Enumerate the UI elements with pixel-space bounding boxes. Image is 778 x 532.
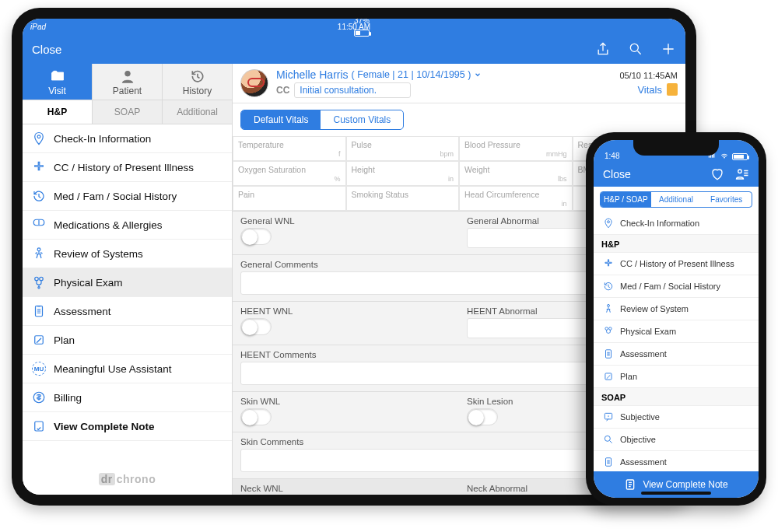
note-icon xyxy=(624,478,636,491)
battery-icon xyxy=(732,153,748,160)
subtab-additional[interactable]: Additional xyxy=(163,100,232,124)
svg-point-15 xyxy=(738,170,742,173)
vital-o2[interactable]: Oxygen Saturation% xyxy=(233,161,346,186)
search-icon[interactable] xyxy=(628,41,643,57)
left-panel: Visit Patient History H&P SOAP Additiona… xyxy=(23,64,233,495)
ph-cc[interactable]: CC / History of Present Illness xyxy=(594,253,759,275)
ph-assessment2[interactable]: Assessment xyxy=(594,451,759,471)
side-physical-exam[interactable]: Physical Exam xyxy=(23,268,232,297)
seg-favorites[interactable]: Favorites xyxy=(701,192,752,207)
brand-label: drchrono xyxy=(23,464,232,495)
ph-section-hp: H&P xyxy=(594,235,759,253)
sub-tabs: H&P SOAP Additional xyxy=(23,100,232,124)
ph-med-history[interactable]: Med / Fam / Social History xyxy=(594,275,759,298)
close-button[interactable]: Close xyxy=(603,168,631,180)
neck-wnl: Neck WNL xyxy=(233,478,459,495)
home-indicator xyxy=(641,492,711,495)
device-label: iPad xyxy=(30,23,46,31)
ph-assessment[interactable]: Assessment xyxy=(594,343,759,366)
vital-height[interactable]: Heightin xyxy=(346,161,460,186)
side-list: Check-In Information CC / History of Pre… xyxy=(23,124,232,464)
side-view-note[interactable]: View Complete Note xyxy=(23,412,232,441)
svg-point-18 xyxy=(605,327,608,331)
vital-bp[interactable]: Blood PressuremmHg xyxy=(459,136,573,161)
vital-smoking[interactable]: Smoking Status xyxy=(346,186,460,211)
svg-point-6 xyxy=(38,287,40,289)
side-ros[interactable]: Review of Systems xyxy=(23,240,232,268)
tab-visit[interactable]: Visit xyxy=(23,64,93,100)
vital-head[interactable]: Head Circumferencein xyxy=(459,186,573,211)
side-medications[interactable]: Medications & Allergies xyxy=(23,211,232,240)
tab-history-label: History xyxy=(183,86,212,96)
ipad-status-bar: iPad 11:50 AM 37% xyxy=(23,19,685,34)
svg-point-23 xyxy=(605,436,610,441)
svg-point-19 xyxy=(609,327,612,331)
iphone-screen: 1:48 Close H&P / SOAP Additional Favorit… xyxy=(594,140,759,498)
document-icon xyxy=(667,83,678,96)
ph-subjective[interactable]: Subjective xyxy=(594,406,759,429)
top-tabs: Visit Patient History xyxy=(23,64,232,100)
seg-hp-soap[interactable]: H&P / SOAP xyxy=(601,192,651,207)
ph-pe[interactable]: Physical Exam xyxy=(594,320,759,343)
encounter-timestamp: 05/10 11:45AM xyxy=(619,71,678,80)
svg-point-3 xyxy=(37,248,40,251)
ph-objective[interactable]: Objective xyxy=(594,429,759,451)
seg-custom-vitals[interactable]: Custom Vitals xyxy=(321,110,403,129)
svg-rect-11 xyxy=(709,156,710,158)
svg-point-2 xyxy=(37,135,40,138)
general-wnl-toggle[interactable] xyxy=(240,228,272,245)
seg-additional[interactable]: Additional xyxy=(651,192,702,207)
mu-icon: MU xyxy=(32,362,46,376)
svg-point-1 xyxy=(124,71,130,76)
plus-icon[interactable] xyxy=(661,41,676,57)
skin-wnl-toggle[interactable] xyxy=(240,408,272,425)
skin-lesion-toggle[interactable] xyxy=(467,408,498,425)
patient-avatar[interactable] xyxy=(240,69,268,97)
side-med-history[interactable]: Med / Fam / Social History xyxy=(23,182,232,211)
patient-bar: Michelle Harris ( Female | 21 | 10/14/19… xyxy=(233,64,685,103)
subtab-soap[interactable]: SOAP xyxy=(93,100,163,124)
side-billing[interactable]: Billing xyxy=(23,383,232,412)
side-assessment[interactable]: Assessment xyxy=(23,297,232,326)
subtab-hp[interactable]: H&P xyxy=(23,100,93,124)
vitals-link[interactable]: Vitals xyxy=(637,83,678,96)
side-plan[interactable]: Plan xyxy=(23,326,232,355)
skin-wnl: Skin WNL xyxy=(233,391,459,432)
tab-history[interactable]: History xyxy=(163,64,232,100)
svg-point-5 xyxy=(40,277,44,281)
tab-patient[interactable]: Patient xyxy=(93,64,163,100)
svg-point-4 xyxy=(35,277,39,281)
wifi-icon xyxy=(720,152,729,160)
vital-pulse[interactable]: Pulsebpm xyxy=(346,136,460,161)
ph-plan[interactable]: Plan xyxy=(594,366,759,388)
vitals-segmented: Default Vitals Custom Vitals xyxy=(240,110,404,130)
iphone-nav-bar: Close xyxy=(594,162,759,187)
chevron-down-icon[interactable] xyxy=(474,71,482,79)
cc-label: CC xyxy=(276,85,289,96)
vital-pain[interactable]: Pain xyxy=(233,186,346,211)
iphone-list: Check-In Information H&P CC / History of… xyxy=(594,212,759,471)
side-mu[interactable]: MUMeaningful Use Assistant xyxy=(23,355,232,383)
svg-point-17 xyxy=(608,304,610,306)
ph-checkin[interactable]: Check-In Information xyxy=(594,212,759,235)
battery-icon xyxy=(354,30,370,37)
patient-meta: ( Female | 21 | 10/14/1995 ) xyxy=(352,69,471,80)
side-checkin[interactable]: Check-In Information xyxy=(23,124,232,153)
share-icon[interactable] xyxy=(595,41,611,57)
cc-field[interactable]: Initial consultation. xyxy=(294,82,411,98)
side-cc[interactable]: CC / History of Present Illness xyxy=(23,153,232,182)
close-button[interactable]: Close xyxy=(32,43,61,56)
heent-wnl-toggle[interactable] xyxy=(240,318,272,335)
vital-temperature[interactable]: Temperaturef xyxy=(233,136,346,161)
patient-name[interactable]: Michelle Harris xyxy=(276,68,349,81)
heent-wnl: HEENT WNL xyxy=(233,301,459,345)
seg-default-vitals[interactable]: Default Vitals xyxy=(241,110,321,129)
ipad-nav-bar: Close xyxy=(23,34,685,64)
vital-weight[interactable]: Weightlbs xyxy=(459,161,573,186)
heart-icon[interactable] xyxy=(710,167,724,181)
user-menu-icon[interactable] xyxy=(735,167,749,181)
general-wnl: General WNL xyxy=(233,211,459,254)
iphone-device: 1:48 Close H&P / SOAP Additional Favorit… xyxy=(586,132,766,506)
status-time: 1:48 xyxy=(605,152,619,160)
ph-ros[interactable]: Review of System xyxy=(594,298,759,320)
